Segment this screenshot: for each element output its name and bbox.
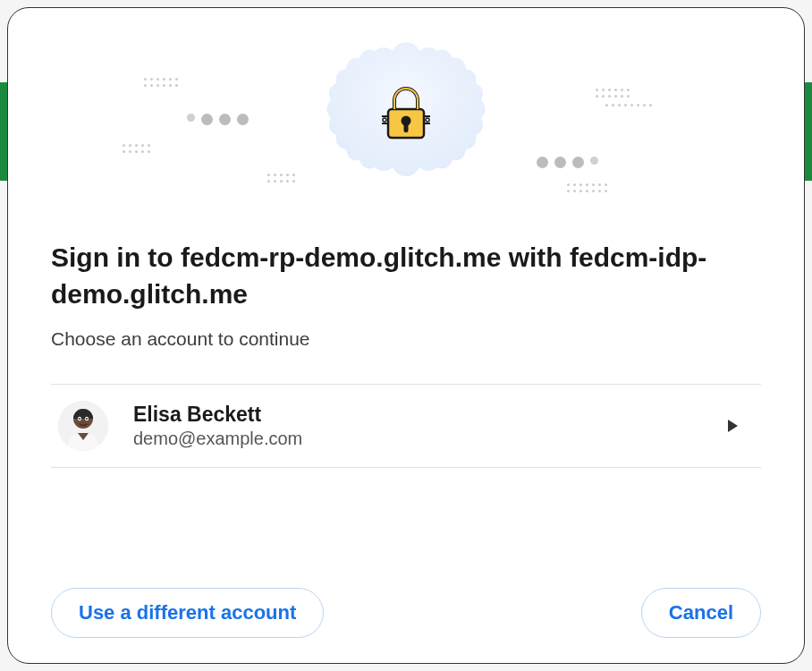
- svg-point-14: [86, 418, 88, 420]
- account-list: Elisa Beckett demo@example.com: [51, 384, 761, 468]
- svg-point-7: [383, 118, 386, 122]
- decorative-dots: [123, 144, 150, 153]
- use-different-account-button[interactable]: Use a different account: [51, 588, 324, 638]
- lock-badge: [326, 33, 486, 194]
- svg-rect-2: [404, 123, 409, 132]
- account-row[interactable]: Elisa Beckett demo@example.com: [51, 385, 761, 468]
- decorative-dots: [567, 183, 607, 192]
- chevron-right-icon: [728, 420, 738, 432]
- account-email: demo@example.com: [133, 429, 728, 449]
- dialog-button-row: Use a different account Cancel: [51, 588, 761, 663]
- dialog-title: Sign in to fedcm-rp-demo.glitch.me with …: [51, 240, 761, 312]
- decorative-dots: [187, 114, 249, 125]
- decorative-dots: [267, 174, 295, 183]
- avatar: [58, 401, 108, 451]
- lock-icon: [375, 82, 437, 145]
- hero-illustration: [8, 8, 804, 218]
- signin-dialog: Sign in to fedcm-rp-demo.glitch.me with …: [7, 7, 805, 664]
- account-name: Elisa Beckett: [133, 403, 728, 427]
- decorative-dots: [144, 78, 178, 87]
- account-info: Elisa Beckett demo@example.com: [133, 403, 728, 449]
- decorative-dots: [605, 104, 652, 106]
- cancel-button[interactable]: Cancel: [641, 588, 761, 638]
- decorative-dots: [596, 89, 630, 98]
- dialog-content: Sign in to fedcm-rp-demo.glitch.me with …: [8, 218, 804, 663]
- svg-point-13: [79, 418, 80, 420]
- dialog-subtitle: Choose an account to continue: [51, 328, 761, 350]
- svg-point-8: [426, 118, 429, 122]
- decorative-dots: [537, 157, 598, 168]
